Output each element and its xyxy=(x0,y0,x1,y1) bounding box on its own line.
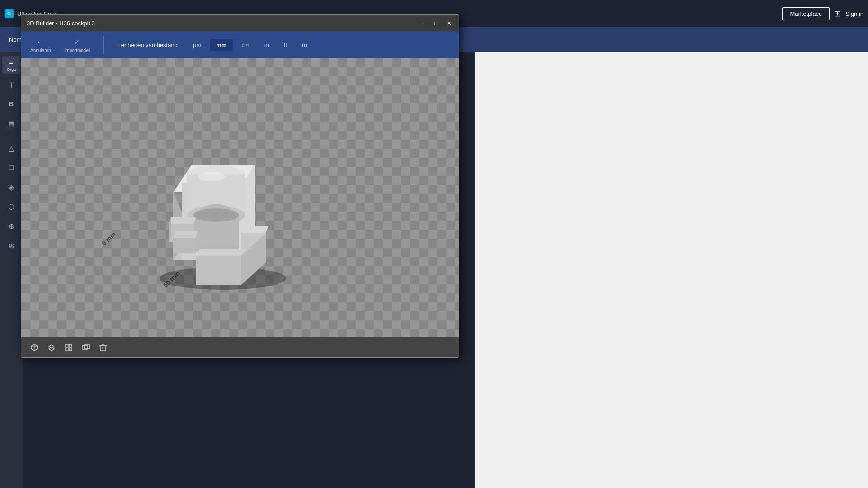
sidebar-icon-7: ◈ xyxy=(9,183,14,192)
maximize-button[interactable]: □ xyxy=(432,19,441,28)
model-right-protrusion-top xyxy=(241,226,268,233)
cura-topbar-right: Marketplace ⊞ Sign in xyxy=(782,7,863,20)
unit-header-label: Eenheden van bestand xyxy=(117,42,178,48)
sidebar-item-organize[interactable]: ≡ Orga xyxy=(2,56,20,74)
model-small-block-top xyxy=(173,231,198,238)
sidebar-icon-5: △ xyxy=(9,144,14,153)
model-bottom-section-top xyxy=(196,249,245,256)
cura-right-panel xyxy=(475,52,868,488)
builder-viewport[interactable]: 0 mm 50 mm xyxy=(21,58,459,337)
sidebar-item-5[interactable]: △ xyxy=(2,140,20,157)
layers-button[interactable] xyxy=(45,341,58,354)
grid-icon[interactable]: ⊞ xyxy=(834,9,841,19)
unit-in-button[interactable]: in xyxy=(258,39,275,51)
unit-m-button[interactable]: m xyxy=(296,39,313,51)
sidebar-icon-3: B xyxy=(9,100,14,108)
sidebar-item-4[interactable]: ▦ xyxy=(2,115,20,132)
3d-model-svg xyxy=(137,102,309,292)
svg-marker-10 xyxy=(49,345,54,348)
svg-rect-15 xyxy=(69,348,72,351)
organize-icon: ≡ xyxy=(9,58,13,66)
unit-options: μm mm cm in ft m xyxy=(187,39,313,51)
close-button[interactable]: ✕ xyxy=(444,19,453,28)
import-button[interactable]: ✓ Importmodel xyxy=(65,37,90,53)
svg-rect-13 xyxy=(69,344,72,347)
model-small-block-left xyxy=(173,238,196,253)
sidebar-organize-label: Orga xyxy=(7,67,16,72)
builder-bottom-toolbar xyxy=(21,337,459,357)
import-label: Importmodel xyxy=(65,48,90,53)
model-arch-top xyxy=(193,208,239,222)
cancel-label: Annuleren xyxy=(30,48,51,53)
model-bottom-section-front xyxy=(196,256,241,285)
builder-title: 3D Builder - H36 cockpit 3 xyxy=(27,20,419,27)
sidebar-icon-6: □ xyxy=(9,164,14,172)
builder-titlebar: 3D Builder - H36 cockpit 3 − □ ✕ xyxy=(21,15,459,31)
sidebar-icon-9: ⊕ xyxy=(9,222,14,230)
sidebar-item-8[interactable]: ⬡ xyxy=(2,198,20,215)
unit-cm-button[interactable]: cm xyxy=(235,39,255,51)
svg-rect-14 xyxy=(66,348,68,351)
cancel-button[interactable]: ← Annuleren xyxy=(30,37,51,53)
cura-sidebar: ≡ Orga ◫ B ▦ △ □ ◈ ⬡ ⊕ ⊛ xyxy=(0,52,23,488)
unit-mm-button[interactable]: mm xyxy=(210,39,233,51)
sidebar-item-10[interactable]: ⊛ xyxy=(2,237,20,254)
model-highlight xyxy=(198,172,225,181)
cura-logo-icon: C xyxy=(5,9,14,18)
builder-toolbar: ← Annuleren ✓ Importmodel Eenheden van b… xyxy=(21,31,459,58)
checkmark-icon: ✓ xyxy=(74,37,80,47)
svg-rect-12 xyxy=(66,344,68,347)
sidebar-icon-8: ⬡ xyxy=(8,202,14,211)
duplicate-button[interactable] xyxy=(80,341,92,354)
minimize-button[interactable]: − xyxy=(419,19,428,28)
builder-dialog: 3D Builder - H36 cockpit 3 − □ ✕ ← Annul… xyxy=(21,14,459,358)
3d-model-container xyxy=(137,102,309,294)
sidebar-item-3[interactable]: B xyxy=(2,95,20,113)
svg-rect-18 xyxy=(100,346,106,351)
sidebar-item-6[interactable]: □ xyxy=(2,159,20,176)
sidebar-item-9[interactable]: ⊕ xyxy=(2,217,20,235)
svg-marker-11 xyxy=(49,347,54,351)
unit-ft-button[interactable]: ft xyxy=(278,39,293,51)
unit-um-button[interactable]: μm xyxy=(187,39,208,51)
window-controls: − □ ✕ xyxy=(419,19,453,28)
grid-button[interactable] xyxy=(62,341,75,354)
sidebar-icon-4: ▦ xyxy=(8,119,15,128)
model-left-protrusion-top xyxy=(169,217,196,224)
sidebar-item-7[interactable]: ◈ xyxy=(2,178,20,196)
back-arrow-icon: ← xyxy=(36,37,45,47)
signin-button[interactable]: Sign in xyxy=(845,10,863,17)
marketplace-button[interactable]: Marketplace xyxy=(782,7,830,20)
toolbar-divider xyxy=(103,36,104,54)
sidebar-item-2[interactable]: ◫ xyxy=(2,76,20,93)
cube-view-button[interactable] xyxy=(28,341,41,354)
sidebar-icon-2: ◫ xyxy=(8,80,15,89)
delete-button[interactable] xyxy=(97,341,109,354)
sidebar-icon-10: ⊛ xyxy=(9,241,14,250)
